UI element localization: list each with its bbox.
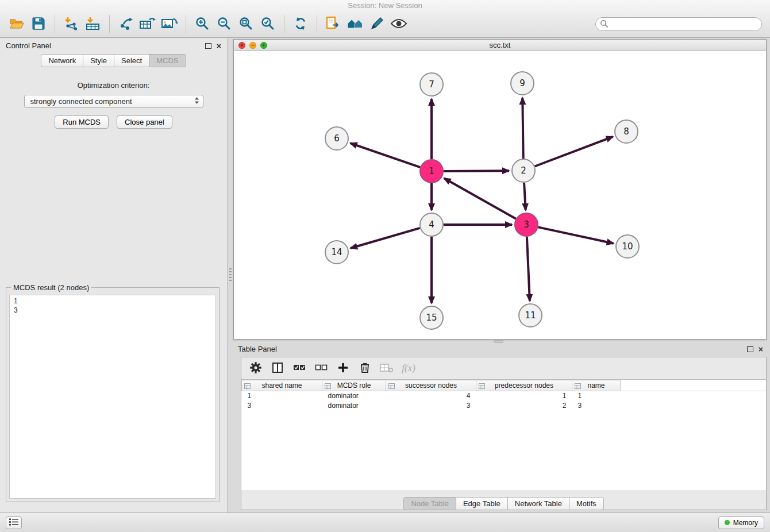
graph-edge-4-14[interactable] [351,228,420,248]
mcds-result-item[interactable]: 1 [10,296,215,306]
graph-node-15[interactable]: 15 [420,306,443,329]
import-table-button[interactable] [82,13,104,35]
column-label: shared name [261,381,302,390]
minimize-window-icon[interactable]: − [249,42,256,49]
table-row[interactable]: 3dominator323 [242,401,767,411]
export-network-button[interactable] [115,13,137,35]
close-table-panel-icon[interactable]: × [759,346,763,353]
graph-node-3[interactable]: 3 [515,213,538,236]
delete-table-button[interactable] [378,360,395,377]
refresh-button[interactable] [290,13,311,35]
memory-button[interactable]: Memory [718,516,764,529]
style-brush-button[interactable] [366,13,388,35]
header-filler [621,380,767,391]
zoom-selected-button[interactable] [257,13,279,35]
run-mcds-button[interactable]: Run MCDS [55,115,109,129]
graph-node-2[interactable]: 2 [512,159,535,182]
graph-edge-2-9[interactable] [522,98,523,159]
graph-node-4[interactable]: 4 [420,213,443,236]
close-window-icon[interactable]: × [238,42,245,49]
cell-name[interactable]: 3 [572,401,621,411]
export-image-button[interactable] [159,13,180,35]
graph-node-11[interactable]: 11 [519,304,542,327]
delete-row-button[interactable] [356,360,374,377]
tab-mcds[interactable]: MCDS [149,54,186,67]
graph-node-1[interactable]: 1 [420,160,443,183]
table-row[interactable]: 1dominator411 [242,391,767,401]
function-builder-button[interactable]: f(x) [400,360,417,377]
tab-select[interactable]: Select [114,54,149,67]
show-columns-button[interactable] [269,360,286,377]
tab-style[interactable]: Style [83,54,114,67]
graph-node-10[interactable]: 10 [616,235,639,258]
svg-text:9: 9 [519,78,525,88]
tab-motifs[interactable]: Motifs [569,497,604,510]
tab-network[interactable]: Network [41,54,83,67]
svg-text:4: 4 [429,219,434,230]
cell-name[interactable]: 1 [572,391,621,401]
vertical-splitter[interactable] [228,38,233,512]
column-header-MCDS-role[interactable]: MCDS role [322,380,386,391]
criterion-select[interactable]: strongly connected component [24,95,203,108]
open-document-button[interactable] [322,13,344,35]
column-label: MCDS role [337,381,371,390]
tab-network-table[interactable]: Network Table [507,497,569,510]
zoom-out-button[interactable] [213,13,235,35]
export-table-button[interactable] [137,13,159,35]
network-canvas[interactable]: 7968124310141511 [234,51,766,339]
column-header-name[interactable]: name [572,380,621,391]
close-panel-icon[interactable]: × [217,43,221,49]
open-file-button[interactable] [6,13,28,35]
show-panels-button[interactable] [6,516,22,529]
table-settings-button[interactable] [247,360,264,377]
graph-edge-2-8[interactable] [535,137,613,167]
float-panel-icon[interactable] [205,43,211,49]
graph-node-9[interactable]: 9 [511,72,534,95]
graph-node-7[interactable]: 7 [420,73,443,96]
graph-edge-3-11[interactable] [527,237,530,301]
network-window-title: scc.txt [490,41,511,49]
deselect-all-button[interactable] [313,360,330,377]
mcds-result-item[interactable]: 3 [10,306,215,315]
home-view-button[interactable] [344,13,366,35]
zoom-fit-button[interactable] [235,13,257,35]
graph-edge-1-2[interactable] [444,171,509,171]
deselect-all-icon [315,363,328,375]
column-header-predecessor-nodes[interactable]: predecessor nodes [476,380,572,391]
column-header-shared-name[interactable]: shared name [242,380,322,391]
add-row-button[interactable] [334,360,352,377]
mcds-result-list[interactable]: 13 [9,295,216,499]
svg-text:14: 14 [331,247,342,257]
optimization-criterion-label: Optimization criterion: [0,81,227,90]
graph-edge-2-3[interactable] [524,183,526,210]
column-header-successor-nodes[interactable]: successor nodes [386,380,476,391]
splitter-handle[interactable] [229,268,232,281]
cell-predecessor-nodes[interactable]: 2 [476,401,572,411]
graph-edge-1-6[interactable] [351,143,421,167]
graph-node-8[interactable]: 8 [615,120,638,143]
graph-node-14[interactable]: 14 [325,241,348,264]
import-network-button[interactable] [60,13,82,35]
graph-node-6[interactable]: 6 [325,127,348,150]
show-hide-button[interactable] [388,13,410,35]
zoom-in-button[interactable] [191,13,213,35]
save-session-button[interactable] [28,13,49,35]
float-table-panel-icon[interactable] [747,346,753,352]
cell-successor-nodes[interactable]: 3 [386,401,476,411]
search-input[interactable] [595,17,762,31]
tab-node-table[interactable]: Node Table [403,497,456,510]
select-all-button[interactable] [291,360,308,377]
zoom-window-icon[interactable]: + [260,42,267,49]
close-panel-button[interactable]: Close panel [117,115,172,129]
cell-predecessor-nodes[interactable]: 1 [476,391,572,401]
refresh-icon [293,16,308,33]
cell-successor-nodes[interactable]: 4 [386,391,476,401]
cell-MCDS-role[interactable]: dominator [322,391,386,401]
cell-shared-name[interactable]: 3 [242,401,322,411]
cell-shared-name[interactable]: 1 [242,391,322,401]
tab-edge-table[interactable]: Edge Table [456,497,508,510]
cell-MCDS-role[interactable]: dominator [322,401,386,411]
graph-edge-3-10[interactable] [538,227,614,243]
network-window-titlebar[interactable]: × − + scc.txt [234,40,766,51]
graph-edge-3-1[interactable] [444,178,516,218]
